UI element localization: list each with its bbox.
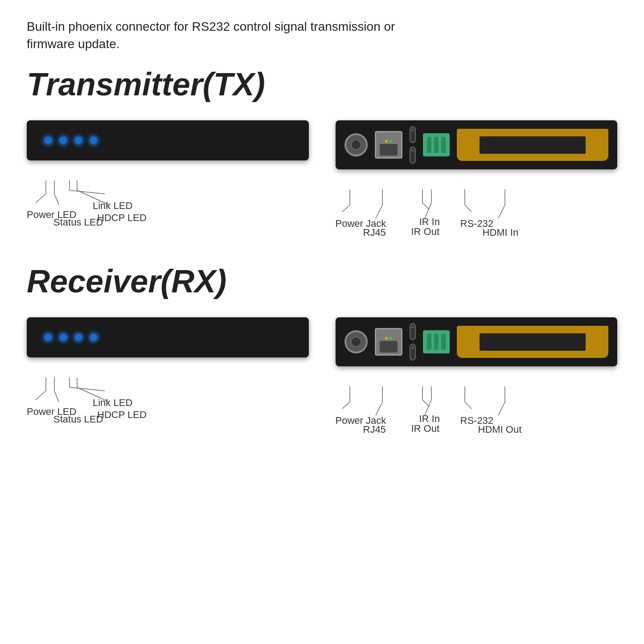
svg-line-31 — [376, 402, 382, 415]
rx-rs232-port — [423, 330, 450, 353]
svg-line-9 — [342, 205, 350, 212]
svg-line-37 — [465, 402, 472, 409]
tx-status-led-label: Status LED — [53, 216, 103, 229]
tx-rj45-port — [375, 131, 402, 159]
tx-ir-jack-1 — [410, 126, 416, 143]
rx-hdmi-out-label: HDMI Out — [478, 423, 522, 436]
svg-line-13 — [422, 203, 429, 209]
svg-line-1 — [36, 194, 46, 203]
tx-ir-jack-2 — [410, 147, 416, 164]
tx-back-panel-half: Power Jack RJ45 IR In IR Out RS-232 HDMI… — [336, 120, 618, 236]
svg-line-33 — [422, 400, 429, 406]
tx-rs232-port — [423, 133, 450, 156]
rx-back-panel-half: Power Jack RJ45 IR In IR Out RS-232 HDMI… — [336, 317, 618, 433]
svg-line-29 — [342, 402, 350, 409]
tx-front-panel-half: Power LED Status LED Link LED HDCP LED — [27, 120, 309, 225]
svg-line-5 — [70, 190, 105, 194]
tx-hdmi-port — [457, 129, 609, 161]
tx-link-led-label: Link LED — [93, 200, 132, 213]
receiver-section: Power LED Status LED Link LED HDCP LED — [27, 317, 617, 433]
tx-power-led — [45, 137, 52, 144]
tx-power-jack-port — [345, 133, 368, 156]
rx-ir-jack-2 — [410, 344, 416, 361]
tx-rj45-label: RJ45 — [363, 226, 386, 239]
intro-text: Built-in phoenix connector for RS232 con… — [27, 18, 428, 53]
rx-status-led-label: Status LED — [53, 413, 103, 426]
tx-ir-out-label: IR Out — [411, 226, 440, 238]
svg-line-19 — [498, 205, 505, 218]
svg-line-11 — [376, 205, 382, 218]
rx-power-led — [45, 334, 52, 341]
svg-line-17 — [465, 205, 472, 212]
svg-line-25 — [70, 387, 105, 391]
rx-back-panel — [336, 317, 618, 366]
rx-status-led — [60, 334, 67, 341]
tx-hdcp-led — [90, 137, 97, 144]
svg-line-23 — [54, 391, 59, 402]
tx-back-panel — [336, 120, 618, 169]
tx-front-panel — [27, 120, 309, 160]
rx-front-panel — [27, 317, 309, 357]
rx-power-jack-port — [345, 330, 368, 353]
rx-link-led — [75, 334, 82, 341]
rx-ir-jacks — [410, 323, 416, 361]
rx-rj45-port — [375, 328, 402, 356]
tx-link-led — [75, 137, 82, 144]
svg-line-21 — [36, 391, 46, 400]
rx-hdcp-led — [90, 334, 97, 341]
tx-led-row — [45, 137, 97, 144]
tx-hdcp-led-label: HDCP LED — [97, 212, 147, 225]
tx-hdmi-in-label: HDMI In — [483, 226, 519, 239]
rx-link-led-label: Link LED — [93, 397, 132, 410]
rx-rj45-label: RJ45 — [363, 423, 386, 436]
rx-led-row — [45, 334, 97, 341]
tx-status-led — [60, 137, 67, 144]
rx-hdcp-led-label: HDCP LED — [97, 409, 147, 422]
svg-line-3 — [54, 194, 59, 205]
rx-hdmi-port — [457, 326, 609, 358]
receiver-title: Receiver(RX) — [27, 263, 617, 299]
svg-line-39 — [498, 402, 505, 415]
rx-front-panel-half: Power LED Status LED Link LED HDCP LED — [27, 317, 309, 422]
transmitter-title: Transmitter(TX) — [27, 66, 617, 103]
rx-ir-out-label: IR Out — [411, 422, 440, 435]
tx-ir-jacks — [410, 126, 416, 164]
rx-ir-jack-1 — [410, 323, 416, 340]
transmitter-section: Power LED Status LED Link LED HDCP LED — [27, 120, 617, 236]
